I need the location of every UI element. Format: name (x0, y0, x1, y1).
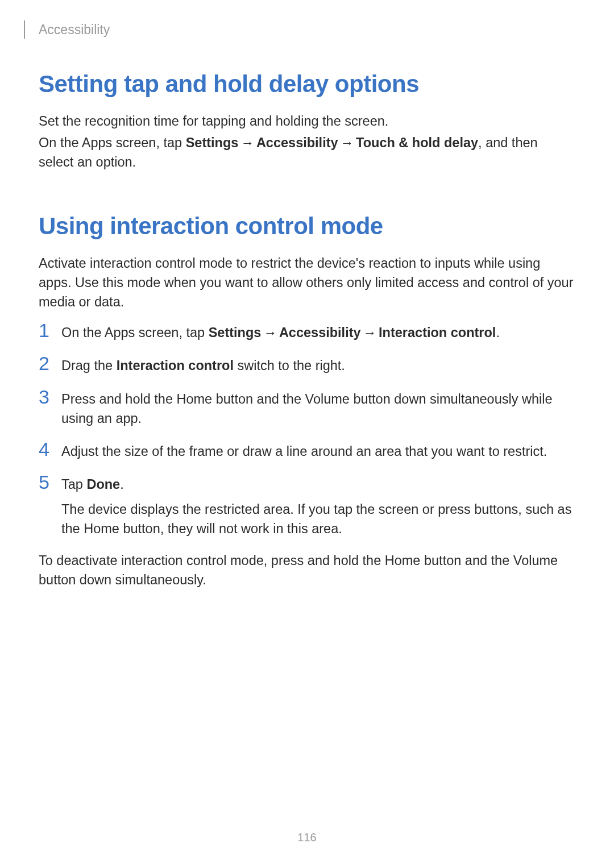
step-body: Drag the Interaction control switch to t… (61, 355, 575, 375)
step-3: 3 Press and hold the Home button and the… (39, 388, 575, 428)
text: . (496, 325, 500, 340)
page-header: Accessibility (24, 20, 575, 39)
section2-outro: To deactivate interaction control mode, … (39, 551, 575, 589)
text: switch to the right. (234, 358, 345, 373)
header-section-label: Accessibility (39, 22, 110, 38)
text: On the Apps screen, tap (61, 325, 209, 340)
bold-touch-hold: Touch & hold delay (356, 135, 478, 150)
step-number: 1 (39, 321, 61, 340)
step-body: Adjust the size of the frame or draw a l… (61, 441, 575, 461)
text: On the Apps screen, tap (39, 135, 186, 150)
step-follow-text: The device displays the restricted area.… (61, 500, 575, 538)
step-list: 1 On the Apps screen, tap Settings→Acces… (39, 322, 575, 538)
section2-title: Using interaction control mode (39, 213, 575, 240)
bold-done: Done (86, 477, 120, 492)
arrow-icon: → (361, 325, 379, 340)
step-number: 4 (39, 439, 61, 459)
bold-interaction-control: Interaction control (117, 358, 234, 373)
step-4: 4 Adjust the size of the frame or draw a… (39, 441, 575, 461)
step-number: 2 (39, 354, 61, 373)
section2-intro: Activate interaction control mode to res… (39, 254, 575, 312)
bold-accessibility: Accessibility (256, 135, 338, 150)
step-2: 2 Drag the Interaction control switch to… (39, 355, 575, 375)
page-content: Accessibility Setting tap and hold delay… (0, 0, 614, 589)
step-body: Press and hold the Home button and the V… (61, 388, 575, 428)
section1-p1: Set the recognition time for tapping and… (39, 111, 575, 131)
bold-interaction-control: Interaction control (379, 325, 496, 340)
step-5: 5 Tap Done. The device displays the rest… (39, 474, 575, 538)
step-1: 1 On the Apps screen, tap Settings→Acces… (39, 322, 575, 342)
step-number: 3 (39, 387, 61, 406)
text: Tap (61, 477, 86, 492)
bold-accessibility: Accessibility (279, 325, 361, 340)
step-body: Tap Done. The device displays the restri… (61, 474, 575, 538)
step-body: On the Apps screen, tap Settings→Accessi… (61, 322, 575, 342)
arrow-icon: → (238, 135, 256, 150)
bold-settings: Settings (186, 135, 239, 150)
text: . (120, 477, 124, 492)
section1-title: Setting tap and hold delay options (39, 70, 575, 98)
text: Drag the (61, 358, 117, 373)
bold-settings: Settings (209, 325, 262, 340)
arrow-icon: → (261, 325, 279, 340)
step-number: 5 (39, 472, 61, 492)
section1-p2: On the Apps screen, tap Settings→Accessi… (39, 133, 575, 172)
header-divider (24, 20, 25, 39)
page-number: 116 (0, 831, 614, 844)
arrow-icon: → (338, 135, 356, 150)
